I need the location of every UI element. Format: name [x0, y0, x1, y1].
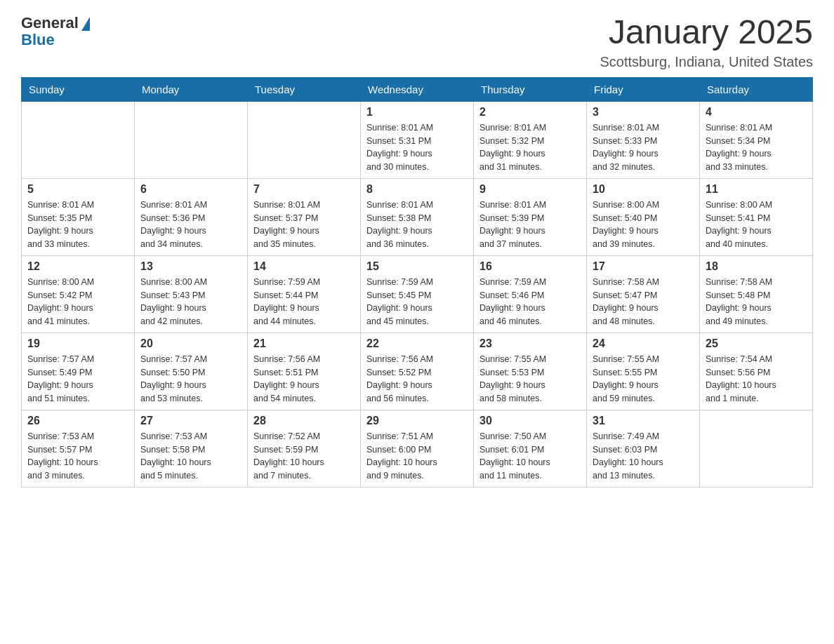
day-number: 11 — [706, 183, 807, 196]
logo-general-text: General — [21, 14, 79, 32]
day-info: Sunrise: 7:55 AM Sunset: 5:53 PM Dayligh… — [479, 353, 581, 405]
logo: General Blue — [21, 14, 90, 49]
day-info: Sunrise: 8:00 AM Sunset: 5:43 PM Dayligh… — [140, 276, 241, 328]
page-header: General Blue January 2025 Scottsburg, In… — [21, 14, 813, 70]
day-info: Sunrise: 8:01 AM Sunset: 5:38 PM Dayligh… — [366, 199, 468, 251]
day-info: Sunrise: 7:59 AM Sunset: 5:44 PM Dayligh… — [253, 276, 355, 328]
day-info: Sunrise: 8:01 AM Sunset: 5:37 PM Dayligh… — [253, 199, 355, 251]
day-number: 13 — [140, 260, 241, 273]
calendar-cell — [22, 101, 135, 178]
day-info: Sunrise: 7:53 AM Sunset: 5:58 PM Dayligh… — [140, 430, 241, 483]
day-number: 16 — [479, 260, 581, 273]
day-number: 7 — [253, 183, 355, 196]
month-title: January 2025 — [600, 14, 813, 51]
day-number: 8 — [366, 183, 468, 196]
title-area: January 2025 Scottsburg, Indiana, United… — [600, 14, 813, 70]
day-number: 10 — [593, 183, 694, 196]
weekday-header-sunday: Sunday — [22, 77, 135, 101]
calendar-cell: 29Sunrise: 7:51 AM Sunset: 6:00 PM Dayli… — [361, 410, 474, 487]
calendar-cell: 28Sunrise: 7:52 AM Sunset: 5:59 PM Dayli… — [248, 410, 361, 487]
calendar-cell: 20Sunrise: 7:57 AM Sunset: 5:50 PM Dayli… — [135, 333, 248, 410]
calendar-cell: 26Sunrise: 7:53 AM Sunset: 5:57 PM Dayli… — [22, 410, 135, 487]
calendar-cell: 11Sunrise: 8:00 AM Sunset: 5:41 PM Dayli… — [700, 178, 813, 255]
calendar-cell: 27Sunrise: 7:53 AM Sunset: 5:58 PM Dayli… — [135, 410, 248, 487]
day-number: 17 — [593, 260, 694, 273]
day-number: 1 — [366, 106, 468, 119]
calendar-cell: 8Sunrise: 8:01 AM Sunset: 5:38 PM Daylig… — [361, 178, 474, 255]
calendar-header: SundayMondayTuesdayWednesdayThursdayFrid… — [22, 77, 813, 101]
day-info: Sunrise: 8:01 AM Sunset: 5:32 PM Dayligh… — [479, 121, 581, 174]
weekday-header-wednesday: Wednesday — [361, 77, 474, 101]
day-number: 5 — [27, 183, 128, 196]
day-number: 4 — [706, 106, 807, 119]
calendar-cell: 15Sunrise: 7:59 AM Sunset: 5:45 PM Dayli… — [361, 255, 474, 333]
day-number: 23 — [479, 337, 581, 350]
day-info: Sunrise: 7:55 AM Sunset: 5:55 PM Dayligh… — [593, 353, 694, 405]
day-number: 22 — [366, 337, 468, 350]
day-info: Sunrise: 8:01 AM Sunset: 5:31 PM Dayligh… — [366, 121, 468, 174]
logo-triangle-icon — [81, 17, 90, 31]
calendar-cell: 23Sunrise: 7:55 AM Sunset: 5:53 PM Dayli… — [474, 333, 587, 410]
calendar-cell: 14Sunrise: 7:59 AM Sunset: 5:44 PM Dayli… — [248, 255, 361, 333]
calendar-week-5: 26Sunrise: 7:53 AM Sunset: 5:57 PM Dayli… — [22, 410, 813, 487]
calendar-cell: 30Sunrise: 7:50 AM Sunset: 6:01 PM Dayli… — [474, 410, 587, 487]
location-subtitle: Scottsburg, Indiana, United States — [600, 54, 813, 70]
weekday-header-saturday: Saturday — [700, 77, 813, 101]
calendar-cell: 5Sunrise: 8:01 AM Sunset: 5:35 PM Daylig… — [22, 178, 135, 255]
weekday-header-tuesday: Tuesday — [248, 77, 361, 101]
calendar-cell: 3Sunrise: 8:01 AM Sunset: 5:33 PM Daylig… — [587, 101, 700, 178]
day-info: Sunrise: 7:58 AM Sunset: 5:47 PM Dayligh… — [593, 276, 694, 328]
day-info: Sunrise: 8:00 AM Sunset: 5:42 PM Dayligh… — [27, 276, 128, 328]
calendar-cell: 9Sunrise: 8:01 AM Sunset: 5:39 PM Daylig… — [474, 178, 587, 255]
day-info: Sunrise: 7:56 AM Sunset: 5:52 PM Dayligh… — [366, 353, 468, 405]
day-number: 12 — [27, 260, 128, 273]
day-number: 18 — [706, 260, 807, 273]
day-number: 6 — [140, 183, 241, 196]
day-number: 15 — [366, 260, 468, 273]
day-number: 28 — [253, 415, 355, 427]
day-number: 25 — [706, 337, 807, 350]
calendar-week-1: 1Sunrise: 8:01 AM Sunset: 5:31 PM Daylig… — [22, 101, 813, 178]
day-info: Sunrise: 7:57 AM Sunset: 5:50 PM Dayligh… — [140, 353, 241, 405]
day-info: Sunrise: 7:51 AM Sunset: 6:00 PM Dayligh… — [366, 430, 468, 483]
day-number: 27 — [140, 415, 241, 427]
day-info: Sunrise: 7:56 AM Sunset: 5:51 PM Dayligh… — [253, 353, 355, 405]
day-number: 9 — [479, 183, 581, 196]
calendar-cell: 31Sunrise: 7:49 AM Sunset: 6:03 PM Dayli… — [587, 410, 700, 487]
day-info: Sunrise: 7:49 AM Sunset: 6:03 PM Dayligh… — [593, 430, 694, 483]
calendar-cell: 12Sunrise: 8:00 AM Sunset: 5:42 PM Dayli… — [22, 255, 135, 333]
day-number: 19 — [27, 337, 128, 350]
calendar-cell — [135, 101, 248, 178]
calendar-cell: 22Sunrise: 7:56 AM Sunset: 5:52 PM Dayli… — [361, 333, 474, 410]
calendar-cell: 2Sunrise: 8:01 AM Sunset: 5:32 PM Daylig… — [474, 101, 587, 178]
day-number: 29 — [366, 415, 468, 427]
day-info: Sunrise: 8:01 AM Sunset: 5:39 PM Dayligh… — [479, 199, 581, 251]
calendar-cell: 17Sunrise: 7:58 AM Sunset: 5:47 PM Dayli… — [587, 255, 700, 333]
day-number: 20 — [140, 337, 241, 350]
calendar-cell: 18Sunrise: 7:58 AM Sunset: 5:48 PM Dayli… — [700, 255, 813, 333]
calendar-table: SundayMondayTuesdayWednesdayThursdayFrid… — [21, 77, 813, 488]
day-info: Sunrise: 7:54 AM Sunset: 5:56 PM Dayligh… — [706, 353, 807, 405]
day-info: Sunrise: 8:01 AM Sunset: 5:35 PM Dayligh… — [27, 199, 128, 251]
day-number: 2 — [479, 106, 581, 119]
calendar-cell: 19Sunrise: 7:57 AM Sunset: 5:49 PM Dayli… — [22, 333, 135, 410]
day-info: Sunrise: 8:01 AM Sunset: 5:33 PM Dayligh… — [593, 121, 694, 174]
day-info: Sunrise: 7:57 AM Sunset: 5:49 PM Dayligh… — [27, 353, 128, 405]
day-info: Sunrise: 7:50 AM Sunset: 6:01 PM Dayligh… — [479, 430, 581, 483]
calendar-week-2: 5Sunrise: 8:01 AM Sunset: 5:35 PM Daylig… — [22, 178, 813, 255]
day-number: 31 — [593, 415, 694, 427]
calendar-cell: 21Sunrise: 7:56 AM Sunset: 5:51 PM Dayli… — [248, 333, 361, 410]
weekday-header-thursday: Thursday — [474, 77, 587, 101]
day-info: Sunrise: 8:00 AM Sunset: 5:40 PM Dayligh… — [593, 199, 694, 251]
calendar-week-3: 12Sunrise: 8:00 AM Sunset: 5:42 PM Dayli… — [22, 255, 813, 333]
calendar-week-4: 19Sunrise: 7:57 AM Sunset: 5:49 PM Dayli… — [22, 333, 813, 410]
day-info: Sunrise: 7:52 AM Sunset: 5:59 PM Dayligh… — [253, 430, 355, 483]
day-number: 21 — [253, 337, 355, 350]
calendar-cell — [700, 410, 813, 487]
calendar-cell: 1Sunrise: 8:01 AM Sunset: 5:31 PM Daylig… — [361, 101, 474, 178]
day-info: Sunrise: 8:01 AM Sunset: 5:36 PM Dayligh… — [140, 199, 241, 251]
day-info: Sunrise: 7:58 AM Sunset: 5:48 PM Dayligh… — [706, 276, 807, 328]
logo-blue-text: Blue — [21, 31, 55, 49]
calendar-cell: 13Sunrise: 8:00 AM Sunset: 5:43 PM Dayli… — [135, 255, 248, 333]
weekday-header-friday: Friday — [587, 77, 700, 101]
